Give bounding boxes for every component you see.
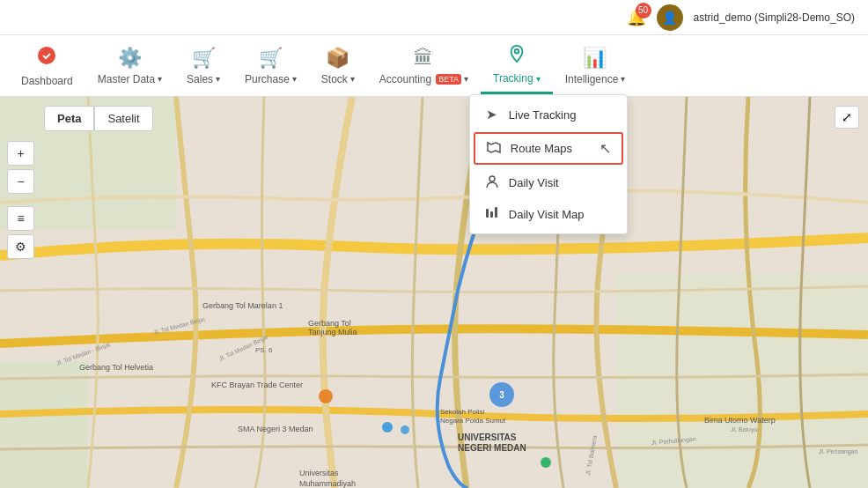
svg-point-0 — [38, 47, 55, 64]
svg-text:Muhammadiyah: Muhammadiyah — [299, 479, 356, 488]
sales-icon: 🛒 — [192, 47, 216, 70]
svg-text:Gerbang Tol Marelan 1: Gerbang Tol Marelan 1 — [202, 301, 283, 310]
dropdown-route-maps[interactable]: Route Maps ↖ — [474, 132, 623, 165]
svg-text:UNIVERSITAS: UNIVERSITAS — [458, 433, 517, 442]
beta-badge: BETA — [436, 74, 461, 85]
live-tracking-icon: ➤ — [484, 107, 500, 122]
map-container: Gerbang Tol Marelan 1 Gerbang Tol Tanjun… — [0, 97, 868, 488]
dropdown-daily-visit[interactable]: Daily Visit — [470, 166, 627, 199]
svg-text:Tanjung Mulia: Tanjung Mulia — [308, 328, 357, 336]
master-data-arrow: ▾ — [158, 74, 162, 84]
svg-text:KFC Brayan Trade Center: KFC Brayan Trade Center — [211, 381, 303, 389]
svg-text:Jl. Baluyu: Jl. Baluyu — [731, 426, 757, 433]
nav-tracking-label: Tracking ▾ — [493, 72, 541, 85]
svg-text:Jl. Perisangan: Jl. Perisangan — [819, 448, 857, 455]
svg-point-47 — [541, 457, 551, 468]
tracking-arrow: ▾ — [536, 74, 541, 84]
accounting-icon: 🏛 — [414, 47, 433, 70]
nav-accounting[interactable]: 🏛 Accounting BETA ▾ — [367, 40, 481, 92]
topbar: 🔔 50 👤 astrid_demo (Simpli28-Demo_SO) — [0, 0, 868, 35]
user-label[interactable]: astrid_demo (Simpli28-Demo_SO) — [694, 11, 855, 24]
purchase-icon: 🛒 — [259, 47, 283, 70]
nav-stock[interactable]: 📦 Stock ▾ — [309, 40, 367, 92]
nav-tracking[interactable]: Tracking ▾ — [481, 37, 553, 94]
dropdown-live-tracking[interactable]: ➤ Live Tracking — [470, 99, 627, 130]
svg-text:NEGERI MEDAN: NEGERI MEDAN — [458, 443, 526, 453]
nav-tracking-container: Tracking ▾ ➤ Live Tracking Route Maps ↖ — [481, 37, 553, 94]
svg-point-51 — [401, 425, 409, 434]
svg-text:Sekolah Polisi: Sekolah Polisi — [440, 408, 484, 416]
svg-point-46 — [382, 422, 393, 433]
nav-dashboard[interactable]: Dashboard — [9, 38, 85, 94]
svg-rect-4 — [490, 211, 493, 218]
svg-point-45 — [319, 389, 333, 403]
tab-peta[interactable]: Peta — [44, 106, 94, 131]
route-maps-icon — [486, 141, 502, 156]
avatar: 👤 — [657, 4, 683, 31]
map-svg: Gerbang Tol Marelan 1 Gerbang Tol Tanjun… — [0, 97, 868, 488]
notification-badge: 50 — [636, 3, 651, 18]
nav-master-data-label: Master Data ▾ — [98, 73, 162, 85]
fullscreen-button[interactable]: ⤢ — [835, 106, 859, 129]
fullscreen-icon: ⤢ — [842, 110, 852, 124]
nav-accounting-label: Accounting BETA ▾ — [379, 73, 468, 85]
cursor-indicator: ↖ — [600, 140, 611, 157]
stock-arrow: ▾ — [350, 74, 355, 84]
zoom-in-button[interactable]: + — [7, 141, 34, 166]
zoom-out-button[interactable]: − — [7, 169, 34, 194]
map-tabs: Peta Satelit — [44, 106, 153, 131]
nav-sales-label: Sales ▾ — [187, 73, 220, 85]
tracking-dropdown-menu: ➤ Live Tracking Route Maps ↖ — [469, 94, 628, 234]
intelligence-icon: 📊 — [583, 47, 607, 70]
layer-button[interactable]: ≡ — [7, 206, 34, 231]
sales-arrow: ▾ — [216, 74, 220, 84]
svg-text:3: 3 — [499, 390, 504, 400]
svg-text:Universitas: Universitas — [299, 469, 339, 477]
nav-sales[interactable]: 🛒 Sales ▾ — [174, 40, 232, 92]
dropdown-daily-visit-map[interactable]: Daily Visit Map — [470, 199, 627, 230]
svg-rect-5 — [495, 207, 497, 218]
intelligence-arrow: ▾ — [621, 74, 625, 84]
nav-dashboard-label: Dashboard — [21, 75, 73, 87]
nav-master-data[interactable]: ⚙️ Master Data ▾ — [85, 40, 174, 92]
svg-text:Negara Polda Sumut: Negara Polda Sumut — [440, 417, 506, 425]
stock-icon: 📦 — [326, 47, 349, 70]
purchase-arrow: ▾ — [292, 74, 297, 84]
daily-visit-icon — [484, 174, 500, 191]
settings-button[interactable]: ⚙ — [7, 234, 34, 259]
tracking-icon — [507, 44, 526, 69]
svg-text:Gerbang Tol Helvetia: Gerbang Tol Helvetia — [79, 363, 153, 372]
svg-point-1 — [515, 49, 519, 54]
svg-text:Gerbang Tol: Gerbang Tol — [308, 319, 351, 328]
notification-bell[interactable]: 🔔 50 — [627, 8, 646, 27]
svg-text:SMA Negeri 3 Medan: SMA Negeri 3 Medan — [238, 425, 313, 433]
accounting-arrow: ▾ — [464, 74, 468, 84]
dashboard-icon — [36, 45, 57, 71]
nav-intelligence-label: Intelligence ▾ — [565, 73, 626, 85]
nav-intelligence[interactable]: 📊 Intelligence ▾ — [553, 40, 638, 92]
daily-visit-map-icon — [484, 207, 500, 222]
left-panel: + − ≡ ⚙ — [7, 141, 34, 259]
nav-purchase-label: Purchase ▾ — [245, 73, 297, 85]
svg-rect-8 — [616, 273, 868, 488]
master-data-icon: ⚙️ — [118, 47, 142, 70]
svg-text:Bima Utomo Waterp: Bima Utomo Waterp — [704, 416, 776, 425]
nav-stock-label: Stock ▾ — [321, 73, 355, 85]
svg-point-2 — [489, 176, 495, 181]
svg-rect-9 — [0, 361, 88, 488]
nav-purchase[interactable]: 🛒 Purchase ▾ — [232, 40, 309, 92]
navbar: Dashboard ⚙️ Master Data ▾ 🛒 Sales ▾ 🛒 P… — [0, 35, 868, 97]
svg-rect-3 — [486, 209, 489, 218]
tab-satelit[interactable]: Satelit — [94, 106, 152, 131]
svg-text:PS. 6: PS. 6 — [255, 346, 273, 354]
